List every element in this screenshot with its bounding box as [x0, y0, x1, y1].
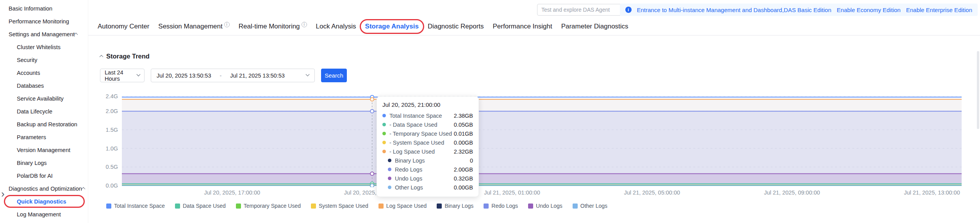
section-title-text: Storage Trend — [106, 53, 150, 60]
das-agent-search[interactable] — [537, 4, 632, 16]
tab-parameter-diagnostics[interactable]: Parameter Diagnostics — [561, 19, 628, 34]
tooltip-row-value: 0.00GB — [454, 140, 473, 146]
legend-swatch — [528, 204, 533, 209]
y-axis-label: 1.5G — [91, 127, 118, 133]
tooltip-row-system-space-used: - System Space Used0.00GB — [382, 138, 473, 147]
time-range-select[interactable]: Last 24 Hours — [100, 69, 145, 82]
legend-item-temporary-space-used[interactable]: Temporary Space Used — [236, 203, 301, 209]
storage-analysis-panel: Storage Trend Last 24 Hours Jul 20, 2025… — [88, 35, 980, 223]
tab-label: Performance Insight — [493, 19, 552, 34]
tab-performance-insight[interactable]: Performance Insight — [493, 19, 552, 34]
banner-link-enterprise[interactable]: Enable Enterprise Edition — [906, 7, 972, 13]
sidebar-item-service-availability[interactable]: Service Availability — [0, 92, 88, 105]
tab-label: Parameter Diagnostics — [561, 19, 628, 34]
sidebar-item-label: Service Availability — [17, 96, 64, 102]
series-color-dot — [382, 141, 386, 144]
tooltip-row-value: 0.00GB — [454, 184, 473, 191]
y-axis-label: 2.4G — [91, 93, 118, 99]
sidebar-item-log-management[interactable]: Log Management — [0, 208, 88, 221]
tooltip-row-other-logs: Other Logs0.00GB — [382, 183, 473, 192]
tooltip-row-label: - Data Space Used — [389, 122, 437, 128]
series-color-dot — [388, 177, 391, 180]
sidebar-item-polardb-for-ai[interactable]: PolarDB for AI — [0, 169, 88, 182]
tab-diagnostic-reports[interactable]: Diagnostic Reports — [428, 19, 484, 34]
tab-label: Autonomy Center — [98, 19, 149, 34]
legend-label: Temporary Space Used — [244, 203, 301, 209]
legend-label: Redo Logs — [491, 203, 518, 209]
sidebar-item-quick-diagnostics[interactable]: Quick Diagnostics — [0, 195, 88, 208]
tooltip-row-total-instance-space: Total Instance Space2.38GB — [382, 111, 473, 120]
storage-trend-header[interactable]: Storage Trend — [100, 53, 150, 60]
y-axis-label: 2.0G — [91, 108, 118, 114]
info-icon: i — [302, 22, 307, 27]
sidebar-item-basic-information[interactable]: Basic Information — [0, 2, 88, 15]
legend-swatch — [311, 204, 316, 209]
sidebar-item-cluster-whitelists[interactable]: Cluster Whitelists — [0, 41, 88, 53]
tooltip-row-value: 2.38GB — [454, 113, 473, 119]
top-banner: i Entrance to Multi-instance Management … — [620, 4, 978, 16]
hover-marker-undo-logs — [370, 172, 374, 175]
date-to[interactable]: Jul 21, 2025 13:50:53 — [230, 73, 284, 79]
tooltip-row-value: 2.32GB — [454, 149, 473, 155]
legend-item-other-logs[interactable]: Other Logs — [573, 203, 607, 209]
legend-item-redo-logs[interactable]: Redo Logs — [484, 203, 518, 209]
sidebar-item-label: Accounts — [17, 70, 40, 76]
tooltip-row-label: - Temporary Space Used — [389, 131, 452, 137]
x-axis-label: Jul 20, 2025, 17:00:00 — [195, 189, 269, 196]
tooltip-row-value: 0.05GB — [454, 122, 473, 128]
sidebar-item-performance-monitoring[interactable]: Performance Monitoring — [0, 15, 88, 28]
sidebar-item-diagnostics-and-optimization[interactable]: Diagnostics and Optimization — [0, 182, 88, 195]
legend-item-binary-logs[interactable]: Binary Logs — [437, 203, 473, 209]
tab-autonomy-center[interactable]: Autonomy Center — [98, 19, 149, 34]
sidebar-item-version-management[interactable]: Version Management — [0, 143, 88, 156]
sidebar-item-security[interactable]: Security — [0, 53, 88, 66]
search-input[interactable] — [541, 7, 618, 13]
series-color-dot — [382, 114, 386, 117]
sidebar-item-label: Version Management — [17, 147, 70, 153]
date-from[interactable]: Jul 20, 2025 13:50:53 — [157, 73, 211, 79]
banner-link-economy[interactable]: Enable Economy Edition — [837, 7, 900, 13]
sidebar-item-label: Log Management — [17, 211, 61, 218]
tooltip-row-undo-logs: Undo Logs0.32GB — [382, 174, 473, 183]
sidebar-item-data-lifecycle[interactable]: Data Lifecycle — [0, 105, 88, 118]
banner-link-main[interactable]: Entrance to Multi-instance Management an… — [637, 7, 832, 13]
time-range-value: Last 24 Hours — [105, 69, 137, 82]
sidebar-item-backup-and-restoration[interactable]: Backup and Restoration — [0, 118, 88, 131]
collapse-caret-icon — [100, 55, 104, 59]
sidebar-item-label: Parameters — [17, 134, 46, 140]
x-axis-label: Jul 21, 2025, 09:00:00 — [755, 189, 829, 196]
tab-real-time-monitoring[interactable]: Real-time Monitoringi — [239, 19, 307, 34]
tab-session-management[interactable]: Session Managementi — [158, 19, 229, 34]
panel-expand-icon[interactable]: › — [1, 189, 5, 199]
tooltip-row-temporary-space-used: - Temporary Space Used0.01GB — [382, 129, 473, 138]
sidebar-item-label: Data Lifecycle — [17, 108, 52, 115]
tab-storage-analysis[interactable]: Storage Analysis — [365, 19, 419, 34]
caret-up-icon — [81, 187, 85, 191]
hover-marker-log-space-used — [370, 97, 374, 101]
legend-label: Other Logs — [580, 203, 607, 209]
search-button[interactable]: Search — [321, 69, 347, 82]
legend-item-total-instance-space[interactable]: Total Instance Space — [106, 203, 165, 209]
date-range-picker[interactable]: Jul 20, 2025 13:50:53 - Jul 21, 2025 13:… — [151, 69, 315, 82]
caret-up-icon — [74, 33, 78, 37]
series-color-dot — [382, 150, 386, 153]
chevron-down-icon — [306, 73, 310, 76]
info-icon: i — [224, 22, 230, 27]
series-color-dot — [382, 132, 386, 135]
sidebar-item-databases[interactable]: Databases — [0, 79, 88, 92]
legend-label: Undo Logs — [536, 203, 562, 209]
sidebar-item-parameters[interactable]: Parameters — [0, 131, 88, 143]
sidebar-item-label: Cluster Whitelists — [17, 44, 61, 50]
sidebar-item-settings-and-management[interactable]: Settings and Management — [0, 28, 88, 41]
storage-trend-chart[interactable] — [122, 94, 962, 187]
y-axis-label: 0.0G — [91, 182, 118, 189]
sidebar-item-accounts[interactable]: Accounts — [0, 66, 88, 79]
legend-item-data-space-used[interactable]: Data Space Used — [175, 203, 226, 209]
legend-label: Total Instance Space — [114, 203, 165, 209]
tab-lock-analysis[interactable]: Lock Analysis — [316, 19, 356, 34]
legend-item-system-space-used[interactable]: System Space Used — [311, 203, 368, 209]
legend-item-log-space-used[interactable]: Log Space Used — [378, 203, 427, 209]
legend-item-undo-logs[interactable]: Undo Logs — [528, 203, 562, 209]
scrollbar-thumb[interactable] — [977, 51, 979, 129]
sidebar-item-binary-logs[interactable]: Binary Logs — [0, 156, 88, 169]
